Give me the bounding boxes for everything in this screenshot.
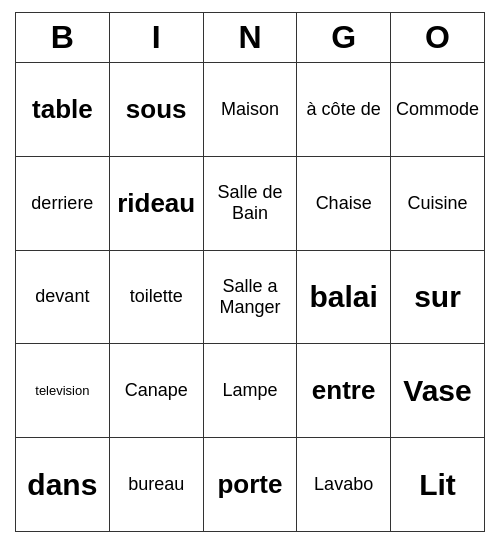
cell-2-0: devant — [16, 250, 110, 344]
cell-4-4: Lit — [391, 438, 485, 532]
row-2: devanttoiletteSalle a Mangerbalaisur — [16, 250, 485, 344]
cell-2-1: toilette — [109, 250, 203, 344]
cell-2-3: balai — [297, 250, 391, 344]
header-col-b: B — [16, 13, 110, 63]
header-col-g: G — [297, 13, 391, 63]
cell-2-4: sur — [391, 250, 485, 344]
cell-0-4: Commode — [391, 63, 485, 157]
cell-4-0: dans — [16, 438, 110, 532]
header-col-i: I — [109, 13, 203, 63]
cell-3-3: entre — [297, 344, 391, 438]
cell-3-2: Lampe — [203, 344, 297, 438]
cell-0-2: Maison — [203, 63, 297, 157]
cell-1-4: Cuisine — [391, 156, 485, 250]
cell-0-3: à côte de — [297, 63, 391, 157]
row-0: tablesousMaisonà côte deCommode — [16, 63, 485, 157]
row-3: televisionCanapeLampeentreVase — [16, 344, 485, 438]
cell-0-0: table — [16, 63, 110, 157]
cell-2-2: Salle a Manger — [203, 250, 297, 344]
header-col-n: N — [203, 13, 297, 63]
cell-1-0: derriere — [16, 156, 110, 250]
bingo-card: BINGO tablesousMaisonà côte deCommodeder… — [15, 12, 485, 532]
cell-3-1: Canape — [109, 344, 203, 438]
row-1: derriererideauSalle de BainChaiseCuisine — [16, 156, 485, 250]
cell-4-1: bureau — [109, 438, 203, 532]
header-col-o: O — [391, 13, 485, 63]
cell-1-1: rideau — [109, 156, 203, 250]
cell-3-0: television — [16, 344, 110, 438]
cell-3-4: Vase — [391, 344, 485, 438]
header-row: BINGO — [16, 13, 485, 63]
cell-4-2: porte — [203, 438, 297, 532]
cell-0-1: sous — [109, 63, 203, 157]
row-4: dansbureauporteLavaboLit — [16, 438, 485, 532]
cell-1-3: Chaise — [297, 156, 391, 250]
cell-1-2: Salle de Bain — [203, 156, 297, 250]
cell-4-3: Lavabo — [297, 438, 391, 532]
